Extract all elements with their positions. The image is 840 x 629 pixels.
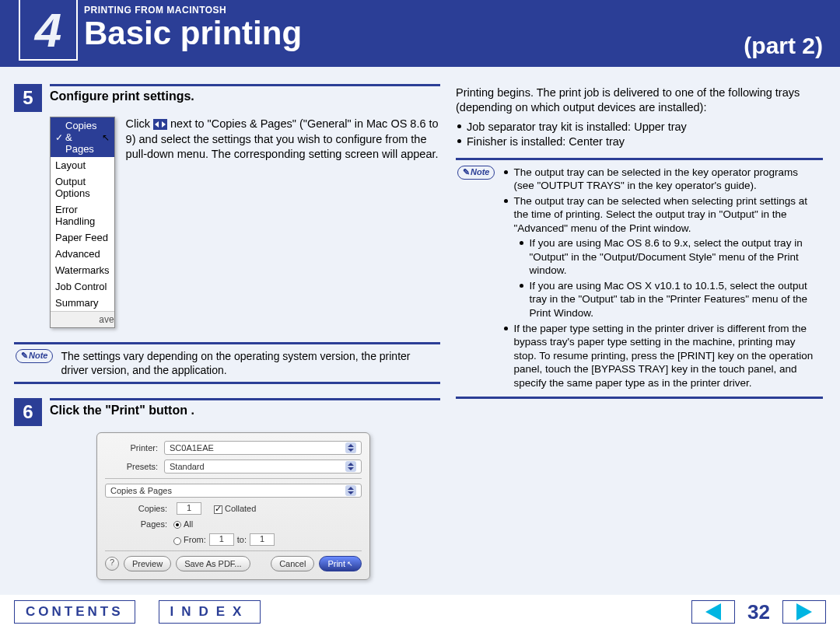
step6-title: Click the "Print" button . [50, 404, 440, 418]
menu-item: Advanced [51, 246, 114, 262]
step-rule [50, 398, 440, 400]
note-text: The settings vary depending on the opera… [61, 349, 439, 377]
triangle-left-icon [705, 603, 721, 620]
chapter-number-box: 4 [19, 0, 78, 61]
check-icon: ✓ [55, 132, 63, 143]
step5-title: Configure print settings. [50, 89, 440, 103]
note-sub-bullet: If you are using Mac OS 8.6 to 9.x, sele… [518, 236, 820, 278]
page-title: Basic printing [84, 17, 302, 50]
dlg-from-input: 1 [209, 533, 234, 546]
left-column: 5 Configure print settings. ✓Copies & Pa… [14, 84, 440, 595]
cursor-icon: ↖ [347, 560, 353, 568]
note-sub-bullet: If you are using Mac OS X v10.1 to 10.1.… [518, 279, 820, 320]
updown-icon [345, 485, 356, 496]
note-label: Note [457, 166, 495, 180]
note-bullet: If the paper type setting in the printer… [502, 322, 820, 390]
radio-all-icon [173, 521, 181, 529]
dlg-copies-label: Copies: [128, 504, 167, 513]
dlg-presets-label: Presets: [105, 462, 158, 471]
dlg-printer-select: SC0A1EAE [164, 441, 362, 455]
menu-item: Output Options [51, 173, 114, 201]
step-rule [50, 84, 440, 86]
next-page-button[interactable] [782, 600, 826, 624]
breadcrumb: PRINTING FROM MACINTOSH [84, 5, 302, 16]
menu-item: Job Control [51, 278, 114, 295]
note-bullet: The output tray can be selected when sel… [502, 194, 820, 236]
menu-item: Layout [51, 157, 114, 173]
right-column: Printing begins. The print job is delive… [456, 84, 823, 595]
tray-bullet: Job separator tray kit is installed: Upp… [456, 120, 823, 135]
page-number: 32 [747, 600, 770, 624]
contents-button[interactable]: CONTENTS [14, 600, 135, 624]
menu-item: Summary [51, 295, 114, 311]
right-note-box: Note The output tray can be selected in … [456, 158, 823, 400]
step5-text: Click next to "Copies & Pages" ("General… [126, 117, 440, 328]
step5-header: 5 Configure print settings. [14, 84, 440, 112]
dlg-section-select: Copies & Pages [105, 484, 362, 498]
dlg-printer-label: Printer: [105, 443, 158, 453]
cursor-icon: ↖ [102, 132, 110, 143]
divider [105, 550, 362, 551]
triangle-right-icon [796, 603, 812, 620]
menu-item: Error Handling [51, 201, 114, 229]
dlg-presets-select: Standard [164, 460, 362, 473]
step6: 6 Click the "Print" button . Printer: SC… [14, 398, 440, 580]
tray-bullet: Finisher is installed: Center tray [456, 135, 823, 149]
updown-icon [345, 442, 356, 453]
note-bullet: The output tray can be selected in the k… [502, 166, 820, 193]
menu-item-selected: ✓Copies & Pages↖ [51, 117, 114, 157]
part-label: (part 2) [744, 33, 823, 59]
step6-number: 6 [14, 398, 42, 426]
menu-save-fragment: ave [51, 311, 114, 327]
page-footer: CONTENTS INDEX 32 [0, 595, 840, 629]
chapter-number: 4 [35, 2, 61, 58]
step5-note: Note The settings vary depending on the … [14, 342, 440, 384]
dlg-cancel-button: Cancel [271, 556, 314, 571]
menu-item: Paper Feed [51, 229, 114, 246]
step6-header: 6 Click the "Print" button . [14, 398, 440, 426]
page-header: 4 PRINTING FROM MACINTOSH Basic printing… [0, 0, 840, 67]
header-titles: PRINTING FROM MACINTOSH Basic printing [84, 5, 302, 50]
note-label: Note [16, 349, 53, 363]
print-dialog-screenshot: Printer: SC0A1EAE Presets: Standard Copi… [96, 432, 370, 580]
dlg-copies-input: 1 [177, 502, 201, 515]
dlg-help-icon: ? [105, 557, 119, 571]
radio-from-icon [173, 537, 181, 545]
step5-content: ✓Copies & Pages↖ Layout Output Options E… [50, 117, 440, 328]
dlg-print-button: Print↖ [319, 556, 362, 571]
collated-checkbox-icon [214, 505, 222, 514]
dlg-to-input: 1 [250, 533, 275, 546]
index-button[interactable]: INDEX [159, 600, 261, 624]
menu-item: Watermarks [51, 262, 114, 278]
dlg-saveas-button: Save As PDF... [176, 556, 250, 571]
dlg-pages-label: Pages: [128, 519, 167, 529]
dlg-preview-button: Preview [124, 556, 171, 571]
pulldown-menu-screenshot: ✓Copies & Pages↖ Layout Output Options E… [50, 117, 115, 328]
updown-icon [345, 461, 356, 472]
divider [105, 478, 362, 479]
page-body: 5 Configure print settings. ✓Copies & Pa… [0, 67, 840, 595]
prev-page-button[interactable] [691, 600, 735, 624]
updown-arrow-icon [153, 119, 167, 130]
step5-number: 5 [14, 84, 42, 112]
intro-text: Printing begins. The print job is delive… [456, 86, 823, 115]
